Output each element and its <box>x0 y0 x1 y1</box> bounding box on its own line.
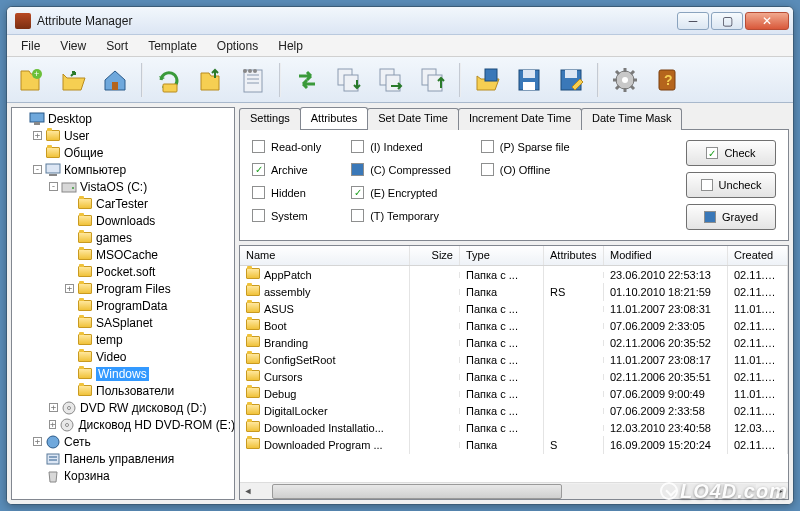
col-created[interactable]: Created <box>728 246 788 265</box>
col-name[interactable]: Name <box>240 246 410 265</box>
dvd-icon <box>59 418 75 432</box>
menu-template[interactable]: Template <box>138 37 207 55</box>
tool-open-template-icon[interactable] <box>469 62 505 98</box>
tree-node[interactable]: Pocket.soft <box>12 263 234 280</box>
menu-view[interactable]: View <box>50 37 96 55</box>
tree-node[interactable]: +DVD RW дисковод (D:) <box>12 399 234 416</box>
check-button[interactable]: ✓Check <box>686 140 776 166</box>
menu-file[interactable]: File <box>11 37 50 55</box>
tree-node[interactable]: +Сеть <box>12 433 234 450</box>
scroll-thumb[interactable] <box>272 484 562 499</box>
tree-expand-icon[interactable]: + <box>65 284 74 293</box>
tool-home-icon[interactable] <box>97 62 133 98</box>
uncheck-button[interactable]: Uncheck <box>686 172 776 198</box>
attr-checkbox[interactable]: (I) Indexed <box>351 140 451 153</box>
tool-notes-icon[interactable] <box>235 62 271 98</box>
attr-checkbox[interactable]: Hidden <box>252 186 321 199</box>
tab-date-time-mask[interactable]: Date Time Mask <box>581 108 682 130</box>
tree-node[interactable]: temp <box>12 331 234 348</box>
file-row[interactable]: BrandingПапка с ...02.11.2006 20:35:5202… <box>240 334 788 351</box>
tree-node[interactable]: SASplanet <box>12 314 234 331</box>
minimize-button[interactable]: ─ <box>677 12 709 30</box>
tree-node[interactable]: +Program Files <box>12 280 234 297</box>
tree-node[interactable]: +Дисковод HD DVD-ROM (E:) <box>12 416 234 433</box>
file-row[interactable]: Downloaded Installatio...Папка с ...12.0… <box>240 419 788 436</box>
file-row[interactable]: DebugПапка с ...07.06.2009 9:00:4911.01.… <box>240 385 788 402</box>
tree-expand-icon[interactable]: + <box>33 131 42 140</box>
attr-checkbox[interactable]: Read-only <box>252 140 321 153</box>
file-row[interactable]: BootПапка с ...07.06.2009 2:33:0502.11.2… <box>240 317 788 334</box>
tool-save-as-icon[interactable] <box>553 62 589 98</box>
attr-checkbox[interactable]: (C) Compressed <box>351 163 451 176</box>
scroll-left-icon[interactable]: ◄ <box>240 484 256 499</box>
tool-refresh-icon[interactable] <box>151 62 187 98</box>
tree-expand-icon[interactable]: - <box>49 182 58 191</box>
tool-copy-down-icon[interactable] <box>331 62 367 98</box>
menu-sort[interactable]: Sort <box>96 37 138 55</box>
tree-node[interactable]: ProgramData <box>12 297 234 314</box>
tool-folder-up-icon[interactable] <box>193 62 229 98</box>
tree-node[interactable]: -Компьютер <box>12 161 234 178</box>
tab-set-date-time[interactable]: Set Date Time <box>367 108 459 130</box>
tab-attributes[interactable]: Attributes <box>300 107 368 129</box>
folder-tree[interactable]: Desktop+UserОбщие-Компьютер-VistaOS (C:)… <box>11 107 235 500</box>
tree-node[interactable]: Панель управления <box>12 450 234 467</box>
file-row[interactable]: CursorsПапка с ...02.11.2006 20:35:5102.… <box>240 368 788 385</box>
tree-node[interactable]: Общие <box>12 144 234 161</box>
grayed-button[interactable]: Grayed <box>686 204 776 230</box>
attr-checkbox[interactable]: ✓(E) Encrypted <box>351 186 451 199</box>
attr-checkbox[interactable]: (T) Temporary <box>351 209 451 222</box>
file-row[interactable]: DigitalLockerПапка с ...07.06.2009 2:33:… <box>240 402 788 419</box>
file-row[interactable]: assemblyПапкаRS01.10.2010 18:21:5902.11.… <box>240 283 788 300</box>
tree-node[interactable]: Пользователи <box>12 382 234 399</box>
file-row[interactable]: ConfigSetRootПапка с ...11.01.2007 23:08… <box>240 351 788 368</box>
menu-options[interactable]: Options <box>207 37 268 55</box>
tree-node[interactable]: Windows <box>12 365 234 382</box>
checkbox-icon <box>252 140 265 153</box>
attr-checkbox[interactable]: (P) Sparse file <box>481 140 570 153</box>
svg-point-45 <box>47 436 59 448</box>
tool-open-icon[interactable] <box>55 62 91 98</box>
tab-settings[interactable]: Settings <box>239 108 301 130</box>
tool-save-template-icon[interactable] <box>511 62 547 98</box>
tree-node[interactable]: Корзина <box>12 467 234 484</box>
tool-new-icon[interactable]: + <box>13 62 49 98</box>
close-button[interactable]: ✕ <box>745 12 789 30</box>
toolbar-separator <box>597 63 599 97</box>
maximize-button[interactable]: ▢ <box>711 12 743 30</box>
attr-checkbox[interactable]: (O) Offline <box>481 163 570 176</box>
tool-copy-up-icon[interactable] <box>415 62 451 98</box>
tree-node[interactable]: Downloads <box>12 212 234 229</box>
tool-copy-next-icon[interactable] <box>373 62 409 98</box>
col-attributes[interactable]: Attributes <box>544 246 604 265</box>
tree-expand-icon[interactable]: + <box>33 437 42 446</box>
col-modified[interactable]: Modified <box>604 246 728 265</box>
tree-node[interactable]: Video <box>12 348 234 365</box>
tree-node[interactable]: CarTester <box>12 195 234 212</box>
tool-swap-icon[interactable] <box>289 62 325 98</box>
attr-checkbox[interactable]: ✓Archive <box>252 163 321 176</box>
tab-increment-date-time[interactable]: Increment Date Time <box>458 108 582 130</box>
check-button-label: Check <box>724 147 755 159</box>
tree-expand-icon[interactable]: - <box>33 165 42 174</box>
file-list-body[interactable]: AppPatchПапка с ...23.06.2010 22:53:1302… <box>240 266 788 482</box>
tree-expand-icon[interactable]: + <box>49 403 58 412</box>
tree-expand-icon <box>30 146 45 159</box>
tree-node[interactable]: Desktop <box>12 110 234 127</box>
attr-checkbox[interactable]: System <box>252 209 321 222</box>
tree-node[interactable]: MSOCache <box>12 246 234 263</box>
col-type[interactable]: Type <box>460 246 544 265</box>
file-row[interactable]: AppPatchПапка с ...23.06.2010 22:53:1302… <box>240 266 788 283</box>
menu-help[interactable]: Help <box>268 37 313 55</box>
tree-node[interactable]: +User <box>12 127 234 144</box>
file-row[interactable]: ASUSПапка с ...11.01.2007 23:08:3111.01.… <box>240 300 788 317</box>
col-size[interactable]: Size <box>410 246 460 265</box>
tree-expand-icon[interactable]: + <box>49 420 56 429</box>
tree-expand-icon <box>14 112 29 125</box>
tree-node[interactable]: -VistaOS (C:) <box>12 178 234 195</box>
tool-help-icon[interactable]: ? <box>649 62 685 98</box>
tree-node[interactable]: games <box>12 229 234 246</box>
tool-settings-icon[interactable] <box>607 62 643 98</box>
file-row[interactable]: Downloaded Program ...ПапкаS16.09.2009 1… <box>240 436 788 453</box>
menubar: File View Sort Template Options Help <box>7 35 793 57</box>
